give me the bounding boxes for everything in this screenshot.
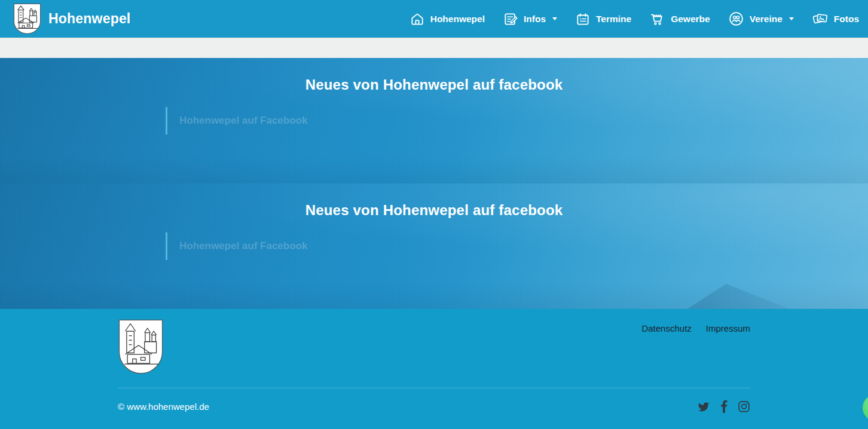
nav-label: Hohenwepel: [430, 14, 485, 24]
nav-item-gewerbe[interactable]: Gewerbe: [649, 11, 710, 27]
coat-of-arms-image: [118, 318, 164, 378]
facebook-embed-placeholder: Hohenwepel auf Facebook: [166, 232, 750, 260]
facebook-embed-link[interactable]: Hohenwepel auf Facebook: [179, 115, 307, 127]
instagram-icon[interactable]: [738, 400, 750, 413]
main-content: Neues von Hohenwepel auf facebook Hohenw…: [0, 58, 868, 309]
nav-item-termine[interactable]: Termine: [575, 11, 631, 27]
edit-note-icon: [503, 11, 518, 27]
footer-link-datenschutz[interactable]: Datenschutz: [641, 323, 691, 333]
nav-item-infos[interactable]: Infos: [503, 11, 557, 27]
breadcrumb-bar: [0, 38, 868, 58]
nav-label: Termine: [596, 14, 631, 24]
twitter-icon[interactable]: [697, 401, 710, 413]
section-heading: Neues von Hohenwepel auf facebook: [118, 183, 750, 219]
footer: Datenschutz Impressum © www.hohenwepel.d…: [0, 309, 868, 429]
top-navbar: Hohenwepel Hohenwepel: [0, 0, 868, 38]
people-circle-icon: [728, 11, 744, 27]
calendar-icon: [575, 11, 591, 27]
facebook-section-1: Neues von Hohenwepel auf facebook Hohenw…: [0, 58, 868, 183]
nav-item-hohenwepel[interactable]: Hohenwepel: [409, 11, 485, 27]
section-heading: Neues von Hohenwepel auf facebook: [118, 58, 750, 93]
footer-legal-nav: Datenschutz Impressum: [641, 323, 750, 333]
photos-icon: [812, 11, 829, 27]
nav-label: Gewerbe: [671, 14, 710, 24]
nav-item-vereine[interactable]: Vereine: [728, 11, 794, 27]
background-pyramid-shape: [687, 284, 789, 309]
facebook-embed-link[interactable]: Hohenwepel auf Facebook: [179, 240, 307, 252]
cookie-widget-button[interactable]: [863, 394, 868, 421]
copyright-text: © www.hohenwepel.de: [118, 402, 209, 412]
brand-link[interactable]: Hohenwepel: [13, 3, 130, 35]
social-links: [697, 400, 750, 413]
brand-title: Hohenwepel: [48, 11, 130, 27]
nav-label: Vereine: [750, 14, 783, 24]
home-icon: [409, 11, 425, 27]
chevron-down-icon: [789, 17, 794, 20]
nav-item-fotos[interactable]: Fotos: [812, 11, 859, 27]
facebook-section-2: Neues von Hohenwepel auf facebook Hohenw…: [0, 183, 868, 309]
main-navigation: Hohenwepel Infos: [409, 11, 859, 27]
facebook-embed-placeholder: Hohenwepel auf Facebook: [166, 107, 750, 134]
nav-label: Infos: [524, 14, 546, 24]
coat-of-arms-icon: [13, 3, 41, 35]
nav-label: Fotos: [834, 14, 859, 24]
footer-link-impressum[interactable]: Impressum: [706, 323, 750, 333]
chevron-down-icon: [552, 17, 557, 20]
facebook-icon[interactable]: [720, 400, 728, 413]
shopping-cart-icon: [649, 11, 665, 27]
page: Hohenwepel Hohenwepel: [0, 0, 868, 429]
